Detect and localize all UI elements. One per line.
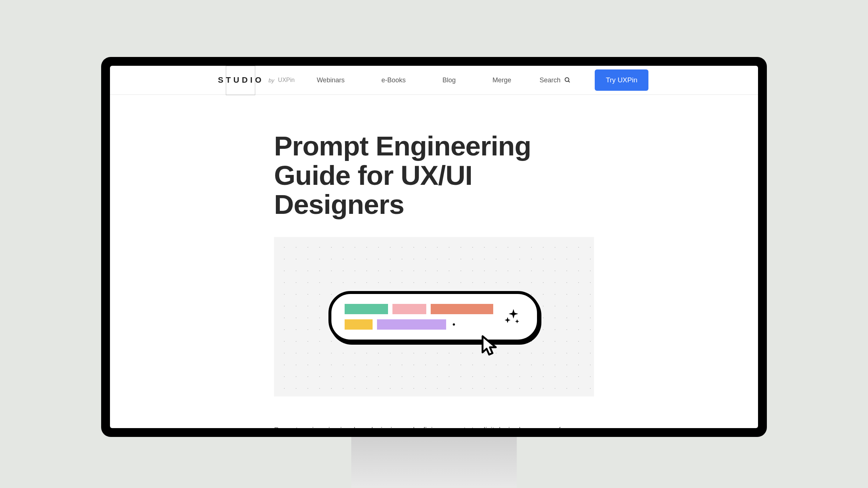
svg-line-1: [568, 81, 570, 82]
search-icon: [564, 77, 571, 83]
nav-webinars[interactable]: Webinars: [317, 76, 345, 84]
chip-row-2: [345, 319, 493, 330]
logo[interactable]: STUDIO by UXPin: [217, 66, 295, 94]
logo-text: STUDIO: [218, 75, 264, 85]
typing-dot: [453, 323, 455, 326]
sparkle-icon: [502, 306, 522, 327]
chip-row-1: [345, 304, 493, 314]
chip-purple: [377, 319, 446, 330]
main-content: Prompt Engineering Guide for UX/UI Desig…: [110, 95, 758, 428]
nav-blog[interactable]: Blog: [442, 76, 456, 84]
prompt-box: [328, 291, 540, 342]
site-header: STUDIO by UXPin Webinars e-Books Blog Me…: [110, 66, 758, 95]
monitor-frame: STUDIO by UXPin Webinars e-Books Blog Me…: [101, 57, 767, 437]
chip-yellow: [345, 319, 373, 330]
search-label: Search: [540, 76, 561, 84]
article-title: Prompt Engineering Guide for UX/UI Desig…: [274, 132, 594, 219]
screen: STUDIO by UXPin Webinars e-Books Blog Me…: [110, 66, 758, 428]
article-body-preview: Prompt engineering involves designing an…: [274, 424, 594, 428]
chip-orange: [431, 304, 493, 314]
logo-brand: UXPin: [278, 77, 295, 83]
article: Prompt Engineering Guide for UX/UI Desig…: [274, 132, 594, 428]
prompt-box-wrap: [328, 291, 540, 342]
logo-sub: by: [268, 77, 274, 83]
nav-merge[interactable]: Merge: [492, 76, 511, 84]
monitor-stand: [351, 436, 517, 488]
cursor-icon: [480, 335, 499, 359]
chip-green: [345, 304, 388, 314]
hero-illustration: [274, 237, 594, 396]
chip-pink: [392, 304, 426, 314]
try-uxpin-button[interactable]: Try UXPin: [595, 69, 648, 91]
svg-point-0: [565, 78, 569, 82]
main-nav: Webinars e-Books Blog Merge: [317, 76, 540, 84]
nav-ebooks[interactable]: e-Books: [381, 76, 406, 84]
logo-main: STUDIO: [217, 66, 265, 94]
chips-area: [345, 304, 493, 330]
search-button[interactable]: Search: [540, 76, 571, 84]
